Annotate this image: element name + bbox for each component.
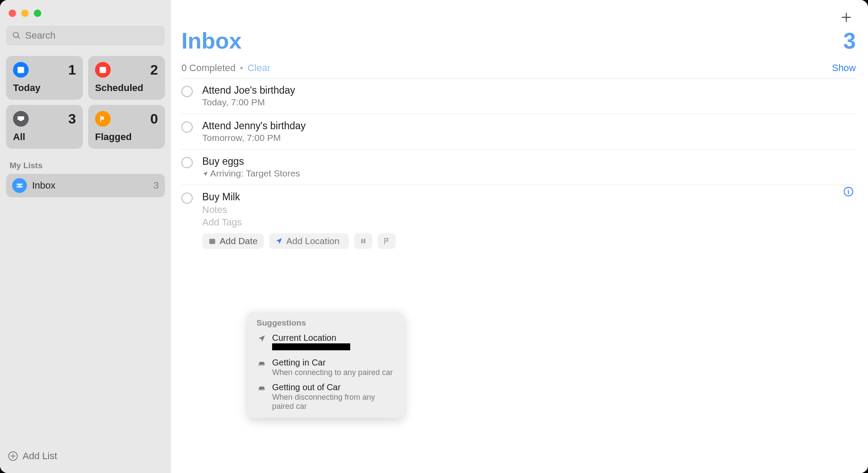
flag-pill[interactable]	[378, 233, 396, 249]
smart-flagged-count: 0	[150, 111, 158, 127]
suggestion-current-location[interactable]: Current Location	[250, 330, 402, 355]
suggestion-subtitle: When connecting to any paired car	[272, 368, 395, 377]
add-date-pill[interactable]: Add Date	[202, 233, 264, 249]
suggestion-title: Current Location	[272, 333, 395, 343]
suggestion-getting-in-car[interactable]: Getting in Car When connecting to any pa…	[250, 355, 402, 380]
complete-checkbox[interactable]	[181, 157, 193, 168]
reminder-row[interactable]: Attend Jenny's birthday Tomorrow, 7:00 P…	[181, 114, 856, 150]
smart-today-label: Today	[13, 82, 76, 94]
reminder-row[interactable]: Attend Joe's birthday Today, 7:00 PM	[181, 78, 856, 114]
editing-title[interactable]: Buy Milk	[202, 191, 856, 203]
location-arrow-icon	[275, 237, 283, 245]
suggestion-title: Getting in Car	[272, 358, 395, 368]
reminder-subtitle: Arriving: Target Stores	[202, 168, 856, 179]
reminder-subtitle: Today, 7:00 PM	[202, 97, 856, 108]
sidebar-list-name: Inbox	[32, 180, 148, 191]
add-reminder-button[interactable]	[838, 9, 855, 26]
search-input[interactable]: Search	[6, 26, 165, 46]
reminder-title: Attend Jenny's birthday	[202, 120, 856, 132]
reminder-row-editing[interactable]: Buy Milk Notes Add Tags Add Date	[181, 185, 856, 256]
zoom-window[interactable]	[34, 10, 41, 17]
reminders-list: Attend Joe's birthday Today, 7:00 PM Att…	[181, 78, 856, 256]
minimize-window[interactable]	[21, 10, 29, 17]
add-tag-pill[interactable]	[354, 233, 372, 249]
info-button[interactable]	[843, 186, 854, 197]
reminder-row[interactable]: Buy eggs Arriving: Target Stores	[181, 150, 856, 185]
complete-checkbox[interactable]	[181, 192, 193, 204]
plus-icon	[840, 11, 852, 23]
search-placeholder: Search	[25, 30, 56, 41]
smart-scheduled-label: Scheduled	[95, 82, 158, 94]
list-icon	[12, 178, 27, 193]
suggestion-title: Getting out of Car	[272, 382, 395, 392]
sidebar: Search 1 Today 2 Schedule	[0, 0, 171, 473]
svg-rect-1	[18, 67, 24, 69]
location-suggestions-popover: Suggestions Current Location Getting in …	[248, 312, 404, 418]
nav-arrow-icon	[256, 334, 267, 343]
smart-today[interactable]: 1 Today	[6, 56, 83, 100]
add-list-label: Add List	[23, 450, 57, 462]
smart-all-count: 3	[68, 111, 76, 127]
main-panel: Inbox 3 0 Completed • Clear Show Attend …	[171, 0, 868, 473]
add-date-label: Add Date	[220, 236, 258, 246]
suggestion-subtitle: When disconnecting from any paired car	[272, 393, 395, 411]
car-icon	[256, 384, 267, 392]
reminder-title: Attend Joe's birthday	[202, 85, 856, 96]
smart-lists-grid: 1 Today 2 Scheduled 3	[6, 56, 165, 149]
search-icon	[12, 31, 21, 40]
calendar-icon	[95, 62, 111, 78]
close-window[interactable]	[9, 10, 16, 17]
reminder-title: Buy eggs	[202, 156, 856, 167]
complete-checkbox[interactable]	[181, 86, 193, 97]
sidebar-list-inbox[interactable]: Inbox 3	[6, 174, 165, 197]
location-input[interactable]	[286, 236, 343, 246]
smart-scheduled-count: 2	[150, 62, 158, 78]
tags-field[interactable]: Add Tags	[202, 217, 856, 228]
smart-flagged[interactable]: 0 Flagged	[88, 105, 165, 149]
separator-dot: •	[240, 62, 243, 74]
tray-icon	[13, 111, 29, 127]
car-icon	[256, 359, 267, 368]
add-list-button[interactable]: Add List	[6, 448, 165, 467]
clear-completed-button[interactable]: Clear	[247, 62, 270, 74]
sidebar-section-title: My Lists	[10, 161, 161, 170]
calendar-today-icon	[13, 62, 29, 78]
complete-checkbox[interactable]	[181, 121, 193, 133]
svg-rect-4	[209, 239, 215, 244]
window-controls	[6, 6, 165, 26]
page-title: Inbox	[181, 28, 242, 54]
calendar-small-icon	[208, 237, 216, 245]
reminder-subtitle: Tomorrow, 7:00 PM	[202, 133, 856, 143]
quick-edit-pills: Add Date	[202, 233, 856, 249]
completed-count: 0 Completed	[181, 62, 236, 74]
suggestion-getting-out-car[interactable]: Getting out of Car When disconnecting fr…	[250, 380, 402, 414]
hash-icon	[359, 237, 367, 245]
reminders-window: Search 1 Today 2 Schedule	[0, 0, 868, 473]
location-arrow-icon	[202, 171, 208, 177]
smart-all[interactable]: 3 All	[6, 105, 83, 149]
flag-outline-icon	[383, 237, 391, 245]
notes-field[interactable]: Notes	[202, 204, 856, 215]
popover-heading: Suggestions	[250, 318, 402, 330]
smart-flagged-label: Flagged	[95, 131, 158, 143]
suggestion-subtitle	[272, 343, 395, 352]
plus-circle-icon	[8, 451, 18, 461]
smart-all-label: All	[13, 131, 76, 143]
page-count: 3	[843, 28, 856, 54]
smart-scheduled[interactable]: 2 Scheduled	[88, 56, 165, 100]
svg-rect-2	[100, 67, 106, 73]
redacted-address	[272, 343, 350, 350]
smart-today-count: 1	[68, 62, 76, 78]
sidebar-list-count: 3	[154, 180, 159, 191]
show-completed-button[interactable]: Show	[832, 62, 856, 74]
flag-icon	[95, 111, 111, 127]
add-location-pill[interactable]	[269, 233, 349, 249]
info-circle-icon	[843, 186, 854, 197]
